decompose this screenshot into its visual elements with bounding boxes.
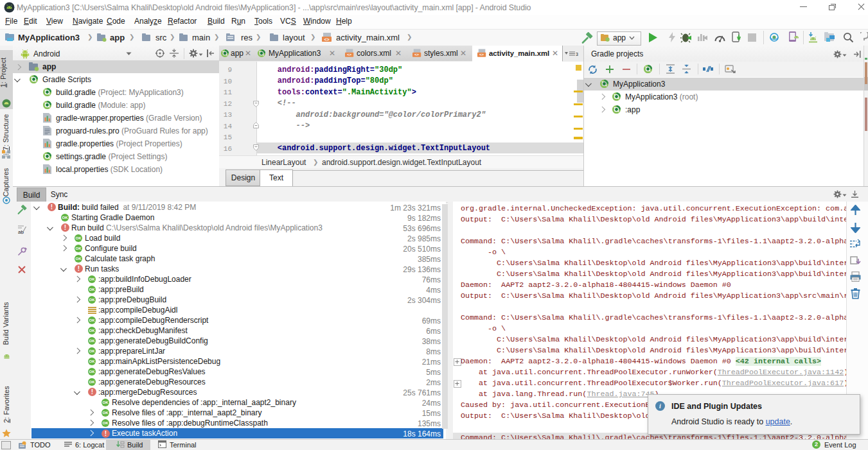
svg-text:<>: <>: [479, 52, 484, 56]
svg-text:<>: <>: [347, 52, 352, 56]
svg-text:<>: <>: [324, 37, 329, 42]
svg-text:<>: <>: [414, 52, 420, 56]
svg-text:3: 3: [576, 52, 578, 56]
